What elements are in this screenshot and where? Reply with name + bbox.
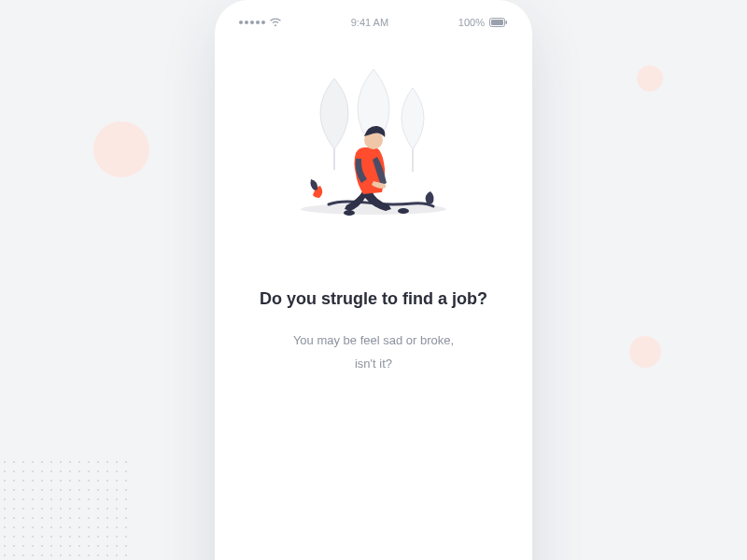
decor-dot-pattern xyxy=(0,457,131,560)
svg-rect-1 xyxy=(491,20,503,25)
svg-rect-2 xyxy=(506,21,508,24)
onboarding-subtext: You may be feel sad or broke, isn't it? xyxy=(235,329,512,375)
phone-frame: 9:41 AM 100% xyxy=(215,0,532,560)
wifi-icon xyxy=(270,18,281,27)
signal-strength-icon xyxy=(239,21,265,24)
onboarding-subtext-line: You may be feel sad or broke, xyxy=(235,329,512,353)
status-bar-time: 9:41 AM xyxy=(351,17,388,28)
onboarding-illustration xyxy=(261,69,486,246)
decor-circle xyxy=(629,336,661,368)
status-bar: 9:41 AM 100% xyxy=(235,15,512,28)
onboarding-headline: Do you strugle to find a job? xyxy=(235,289,512,309)
svg-point-9 xyxy=(398,208,409,214)
battery-label: 100% xyxy=(458,17,485,28)
status-bar-left xyxy=(239,18,281,27)
decor-circle xyxy=(637,65,663,91)
decor-circle xyxy=(93,121,149,177)
svg-point-8 xyxy=(344,210,355,216)
status-bar-right: 100% xyxy=(458,17,508,28)
onboarding-subtext-line: isn't it? xyxy=(235,353,512,376)
battery-icon xyxy=(489,18,508,27)
